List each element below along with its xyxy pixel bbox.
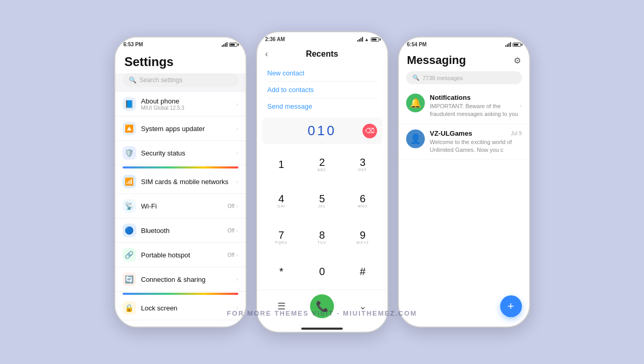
hotspot-chevron: › <box>236 252 238 258</box>
security-text: Security status <box>141 149 232 157</box>
status-bar-messaging: 6:54 PM <box>399 37 529 49</box>
contacts-icon[interactable]: ☰ <box>277 301 286 312</box>
status-icons-1 <box>222 42 237 47</box>
add-to-contacts-link[interactable]: Add to contacts <box>267 82 377 98</box>
bluetooth-status: Off <box>227 228 234 233</box>
sim-chevron: › <box>236 179 238 185</box>
key-5[interactable]: 5 JKL <box>302 183 342 219</box>
key-2[interactable]: 2 ABC <box>302 146 342 183</box>
settings-item-about[interactable]: 📘 About phone MIUI Global 12.5.3 › <box>115 92 246 116</box>
hotspot-icon: 🔗 <box>123 248 136 262</box>
send-message-link[interactable]: Send message <box>267 98 377 114</box>
settings-search-placeholder: Search settings <box>140 76 183 84</box>
security-label: Security status <box>141 149 232 157</box>
signal-icon-1 <box>222 42 227 47</box>
key-star[interactable]: * <box>261 255 302 288</box>
signal-icon-3 <box>505 42 511 47</box>
status-time-2: 2:36 AM <box>265 36 285 42</box>
settings-list: 📘 About phone MIUI Global 12.5.3 › 🔼 Sys… <box>115 92 246 327</box>
sysupdate-label: System apps updater <box>141 125 232 133</box>
new-contact-link[interactable]: New contact <box>267 65 377 82</box>
settings-item-lockscreen[interactable]: 🔒 Lock screen › <box>115 296 246 320</box>
settings-item-wifi[interactable]: 📡 Wi-Fi Off › <box>115 194 246 218</box>
message-list: 🔔 Notifications IMPORTANT: Beware of the… <box>399 88 529 327</box>
vzulgames-time: Jul 9 <box>511 131 521 136</box>
lock-icon: 🔒 <box>123 301 136 315</box>
battery-icon-2 <box>371 37 379 42</box>
messaging-search-bar[interactable]: 🔍 7738 messages <box>406 71 522 84</box>
connection-text: Connection & sharing <box>141 276 232 283</box>
bluetooth-chevron: › <box>236 228 238 233</box>
vzulgames-preview: Welcome to the exciting world of Unlimit… <box>430 138 522 154</box>
sim-text: SIM cards & mobile networks <box>141 178 232 186</box>
wifi-icon: 📡 <box>123 199 136 213</box>
bluetooth-icon: 🔵 <box>123 224 136 237</box>
messaging-search-icon: 🔍 <box>412 74 420 81</box>
dialer-display: 010 ⌫ <box>262 118 382 144</box>
settings-item-security[interactable]: 🛡️ Security status › <box>115 141 246 165</box>
settings-search-bar[interactable]: 🔍 Search settings <box>123 73 238 87</box>
back-icon[interactable]: ‹ <box>265 49 268 59</box>
sim-label: SIM cards & mobile networks <box>141 178 232 186</box>
key-8[interactable]: 8 TUV <box>302 219 342 255</box>
wifi-status: Off <box>227 203 234 209</box>
delete-button[interactable]: ⌫ <box>363 124 377 138</box>
settings-item-hotspot[interactable]: 🔗 Portable hotspot Off › <box>115 243 246 267</box>
display-icon: ☀️ <box>123 326 136 327</box>
sysupdate-icon: 🔼 <box>123 122 136 135</box>
key-hash[interactable]: # <box>342 255 383 288</box>
call-button[interactable]: 📞 <box>310 294 334 318</box>
progress-bar-1 <box>123 166 238 168</box>
notifications-name: Notifications <box>430 94 522 101</box>
security-chevron: › <box>236 150 238 156</box>
phone-settings: 6:53 PM Settings 🔍 Search settings <box>114 36 247 328</box>
progress-bar-2 <box>123 293 238 295</box>
lockscreen-label: Lock screen <box>141 304 232 312</box>
compose-button[interactable]: + <box>500 295 522 317</box>
home-bar <box>257 323 387 332</box>
lockscreen-chevron: › <box>236 305 238 311</box>
settings-item-sysupdate[interactable]: 🔼 System apps updater › <box>115 116 246 141</box>
wifi-chevron: › <box>236 203 238 209</box>
key-6[interactable]: 6 MNO <box>342 183 383 219</box>
about-icon: 📘 <box>123 97 136 111</box>
connection-chevron: › <box>236 277 238 282</box>
settings-item-display[interactable]: ☀️ Display › <box>115 320 246 327</box>
vzulgames-avatar-icon: 👤 <box>410 133 421 145</box>
battery-icon-3 <box>513 43 521 47</box>
battery-icon-1 <box>229 43 237 47</box>
settings-item-sim[interactable]: 📶 SIM cards & mobile networks › <box>115 170 246 194</box>
key-4[interactable]: 4 GHI <box>261 183 302 219</box>
expand-icon[interactable]: ⌄ <box>359 301 367 312</box>
notifications-chevron: › <box>520 103 521 109</box>
gear-icon[interactable]: ⚙ <box>514 56 521 66</box>
phone-dialer: 2:36 AM ▲ ‹ Recents New contact Add to c… <box>256 31 388 333</box>
key-0[interactable]: 0 <box>302 255 342 288</box>
settings-item-bluetooth[interactable]: 🔵 Bluetooth Off › <box>115 218 246 243</box>
key-3[interactable]: 3 DEF <box>342 146 383 183</box>
key-1[interactable]: 1 <box>261 146 302 183</box>
about-text: About phone MIUI Global 12.5.3 <box>141 97 232 111</box>
hotspot-status: Off <box>227 252 234 258</box>
dialer-header: ‹ Recents <box>257 44 387 62</box>
message-item-notifications[interactable]: 🔔 Notifications IMPORTANT: Beware of the… <box>399 88 529 124</box>
bluetooth-text: Bluetooth <box>141 227 223 235</box>
about-right: › <box>236 101 238 107</box>
dialer-bottom: ☰ 📞 ⌄ <box>257 290 387 323</box>
security-icon: 🛡️ <box>123 146 136 160</box>
message-item-vzulgames[interactable]: 👤 VZ-ULGames Welcome to the exciting wor… <box>399 124 529 160</box>
bluetooth-right: Off › <box>227 228 238 233</box>
status-bar-dialer: 2:36 AM ▲ <box>257 32 387 44</box>
messaging-search-placeholder: 7738 messages <box>423 75 463 81</box>
settings-item-connection[interactable]: 🔄 Connection & sharing › <box>115 267 246 292</box>
key-9[interactable]: 9 WXYZ <box>342 219 383 255</box>
messaging-header: Messaging ⚙ <box>399 49 529 69</box>
wifi-label: Wi-Fi <box>141 202 223 210</box>
keypad: 1 2 ABC 3 DEF 4 GHI 5 JKL <box>257 144 387 290</box>
phones-container: 6:53 PM Settings 🔍 Search settings <box>114 31 530 333</box>
settings-content: Settings 🔍 Search settings 📘 About phone… <box>115 49 246 327</box>
hotspot-right: Off › <box>227 252 238 258</box>
status-bar-settings: 6:53 PM <box>115 37 246 49</box>
key-7[interactable]: 7 PQRS <box>261 219 302 255</box>
sysupdate-text: System apps updater <box>141 125 232 133</box>
